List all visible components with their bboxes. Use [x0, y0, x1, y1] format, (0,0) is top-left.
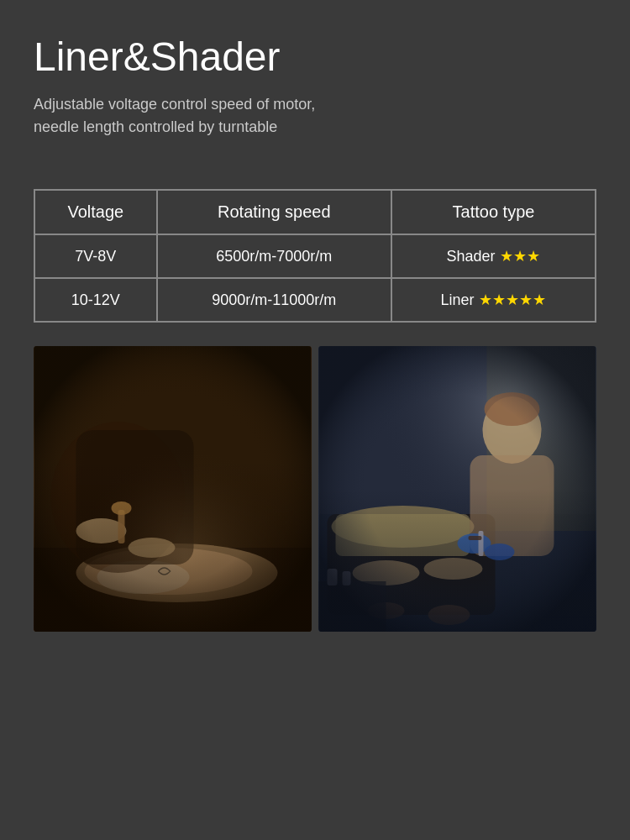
voltage-1: 7V-8V: [34, 234, 157, 278]
images-section: [0, 339, 630, 840]
svg-rect-31: [319, 581, 386, 632]
page-title: Liner&Shader: [34, 34, 596, 80]
svg-point-20: [353, 560, 420, 585]
col-header-voltage: Voltage: [34, 190, 157, 234]
tattoo-image-left: [34, 346, 312, 632]
svg-rect-33: [343, 571, 351, 585]
svg-point-23: [368, 602, 405, 619]
svg-point-8: [129, 538, 176, 558]
left-image-svg: [34, 346, 312, 632]
speed-1: 6500r/m-7000r/m: [157, 234, 391, 278]
specs-table: Voltage Rotating speed Tattoo type 7V-8V…: [34, 189, 596, 323]
svg-rect-19: [336, 514, 470, 556]
voltage-2: 10-12V: [34, 278, 157, 322]
subtitle-line2: needle length controlled by turntable: [34, 118, 277, 135]
svg-point-4: [97, 560, 190, 594]
type-2: Liner ★★★★★: [391, 278, 596, 322]
col-header-speed: Rotating speed: [157, 190, 391, 234]
subtitle: Adjustable voltage control speed of moto…: [34, 93, 596, 139]
svg-point-21: [424, 558, 483, 580]
svg-point-7: [76, 518, 127, 543]
svg-rect-1: [34, 548, 312, 632]
table-row: 10-12V 9000r/m-11000r/m Liner ★★★★★: [34, 278, 596, 322]
svg-point-10: [112, 501, 132, 515]
svg-point-28: [485, 543, 515, 560]
specs-table-section: Voltage Rotating speed Tattoo type 7V-8V…: [0, 172, 630, 339]
type-label-2: Liner: [440, 291, 474, 309]
col-header-type: Tattoo type: [391, 190, 596, 234]
type-1: Shader ★★★: [391, 234, 596, 278]
tattoo-image-right: [318, 346, 596, 632]
page-container: Liner&Shader Adjustable voltage control …: [0, 0, 630, 840]
svg-point-3: [85, 548, 253, 595]
svg-point-22: [428, 605, 470, 625]
svg-rect-30: [469, 536, 482, 540]
svg-rect-34: [319, 346, 596, 632]
svg-rect-32: [328, 569, 338, 585]
svg-rect-12: [34, 346, 312, 632]
table-header-row: Voltage Rotating speed Tattoo type: [34, 190, 596, 234]
svg-point-27: [458, 533, 491, 554]
svg-point-18: [332, 506, 475, 548]
svg-point-2: [76, 543, 278, 602]
stars-1: ★★★: [500, 247, 540, 265]
right-image-svg: [318, 346, 596, 632]
subtitle-line1: Adjustable voltage control speed of moto…: [34, 96, 315, 113]
svg-rect-29: [479, 531, 484, 556]
stars-2: ★★★★★: [479, 291, 546, 309]
svg-rect-17: [328, 514, 496, 615]
speed-2: 9000r/m-11000r/m: [157, 278, 391, 322]
table-row: 7V-8V 6500r/m-7000r/m Shader ★★★: [34, 234, 596, 278]
header-section: Liner&Shader Adjustable voltage control …: [0, 0, 630, 155]
svg-rect-9: [118, 510, 125, 543]
type-label-1: Shader: [446, 248, 495, 265]
